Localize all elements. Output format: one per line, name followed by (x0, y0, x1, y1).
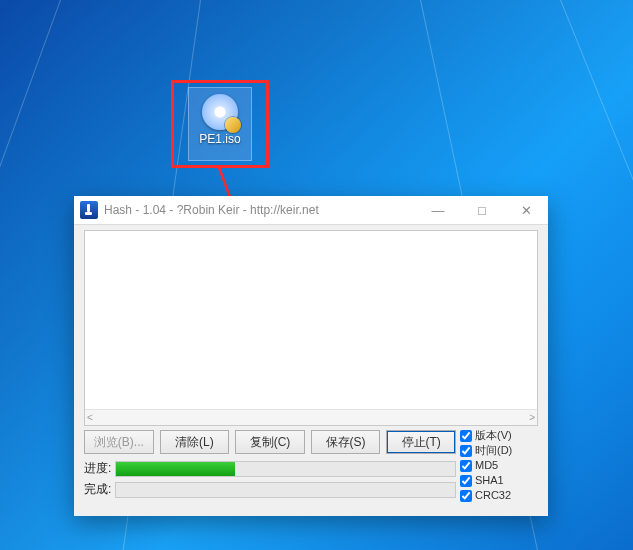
iso-disc-icon (202, 94, 238, 130)
copy-button[interactable]: 复制(C) (235, 430, 305, 454)
window-close-button[interactable]: ✕ (504, 196, 548, 224)
horizontal-scrollbar[interactable]: < > (85, 409, 537, 425)
desktop-background: PE1.iso Hash - 1.04 - ?Robin Keir - http… (0, 0, 633, 550)
hash-app-window: Hash - 1.04 - ?Robin Keir - http://keir.… (74, 196, 548, 516)
clear-button[interactable]: 清除(L) (160, 430, 230, 454)
desktop-file-label: PE1.iso (199, 132, 240, 146)
scroll-left-icon[interactable]: < (87, 412, 93, 423)
checkbox-sha1[interactable]: SHA1 (460, 473, 538, 488)
scroll-right-icon[interactable]: > (529, 412, 535, 423)
desktop-file-icon[interactable]: PE1.iso (189, 88, 251, 160)
save-button[interactable]: 保存(S) (311, 430, 381, 454)
checkbox-version[interactable]: 版本(V) (460, 428, 538, 443)
window-maximize-button[interactable]: □ (460, 196, 504, 224)
progress-current-label: 进度: (84, 460, 111, 477)
checkbox-md5[interactable]: MD5 (460, 458, 538, 473)
window-minimize-button[interactable]: — (416, 196, 460, 224)
window-title: Hash - 1.04 - ?Robin Keir - http://keir.… (104, 203, 416, 217)
app-icon (80, 201, 98, 219)
progress-current-bar (115, 461, 456, 477)
stop-button[interactable]: 停止(T) (386, 430, 456, 454)
browse-button[interactable]: 浏览(B)... (84, 430, 154, 454)
checkbox-date[interactable]: 时间(D) (460, 443, 538, 458)
annotation-source-box: PE1.iso (171, 80, 269, 168)
checkbox-crc32[interactable]: CRC32 (460, 488, 538, 503)
hash-output-textarea[interactable]: < > (84, 230, 538, 426)
window-titlebar[interactable]: Hash - 1.04 - ?Robin Keir - http://keir.… (74, 196, 548, 225)
progress-total-label: 完成: (84, 481, 111, 498)
progress-total-bar (115, 482, 456, 498)
